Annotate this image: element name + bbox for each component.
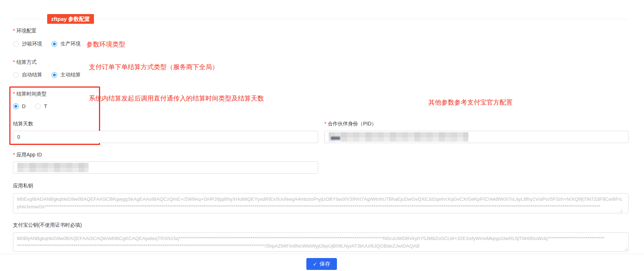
settle-days-label: 结算天数 bbox=[13, 121, 33, 127]
settle-days-input[interactable] bbox=[13, 131, 318, 143]
annotation-settle-time: 系统内结算发起后调用直付通传入的结算时间类型及结算天数 bbox=[89, 94, 264, 103]
required-asterisk: * bbox=[324, 121, 326, 126]
required-asterisk: * bbox=[13, 59, 15, 65]
zftpay-config-page: zftpay 参数配置 *环境配置 沙箱环境 生产环境 参数环境类型 *结算方式… bbox=[0, 0, 644, 271]
app-id-input[interactable] bbox=[13, 161, 318, 174]
public-key-textarea[interactable]: MIIBIjANBgkqhkiG9w0BAQEFAAOCAQ8AMIIBCgKC… bbox=[13, 232, 629, 252]
check-icon: ✓ bbox=[313, 261, 317, 267]
section-badge: zftpay 参数配置 bbox=[47, 14, 94, 24]
pid-label: *合作伙伴身份（PID） bbox=[324, 121, 377, 127]
radio-option-sandbox[interactable]: 沙箱环境 bbox=[13, 41, 42, 47]
required-asterisk: * bbox=[13, 152, 15, 157]
annotation-other-params: 其他参数参考支付宝官方配置 bbox=[428, 98, 513, 107]
settle-time-type-label: *结算时间类型 bbox=[13, 91, 46, 97]
app-id-label: *应用App ID bbox=[13, 152, 42, 158]
env-radio-group: 沙箱环境 生产环境 bbox=[13, 40, 81, 48]
footer-divider bbox=[0, 254, 644, 254]
redacted-value bbox=[329, 132, 468, 142]
radio-option-d[interactable]: D bbox=[13, 103, 26, 109]
required-asterisk: * bbox=[13, 28, 15, 34]
private-key-label: 应用私钥 bbox=[13, 183, 33, 189]
annotation-settle-method: 支付订单下单结算方式类型（服务商下全局） bbox=[89, 63, 219, 71]
required-asterisk: * bbox=[13, 91, 15, 97]
blurred-text-remnant bbox=[331, 137, 340, 140]
redacted-value bbox=[17, 163, 89, 172]
radio-unchecked-icon bbox=[13, 72, 19, 78]
settle-method-label: *结算方式 bbox=[13, 59, 36, 66]
radio-option-auto-settle[interactable]: 自动结算 bbox=[13, 72, 42, 78]
save-button-label: 保存 bbox=[320, 261, 330, 267]
section-divider bbox=[13, 19, 629, 19]
private-key-textarea[interactable]: MIIEvgIBADANBgkqhkiG9w0BAQEFAASCBKgwggSk… bbox=[13, 193, 629, 213]
radio-checked-icon bbox=[51, 41, 57, 47]
pid-input[interactable] bbox=[324, 131, 629, 143]
settle-method-radio-group: 自动结算 主动结算 bbox=[13, 71, 81, 79]
env-config-label: *环境配置 bbox=[13, 28, 36, 34]
annotation-env-type: 参数环境类型 bbox=[86, 40, 125, 49]
radio-checked-icon bbox=[13, 103, 19, 109]
radio-unchecked-icon bbox=[13, 41, 19, 47]
radio-option-t[interactable]: T bbox=[35, 103, 47, 109]
public-key-field: MIIBIjANBgkqhkiG9w0BAQEFAAOCAQ8AMIIBCgKC… bbox=[13, 232, 629, 252]
radio-checked-icon bbox=[51, 72, 57, 78]
settle-time-type-radio-group: D T bbox=[13, 103, 47, 110]
save-button[interactable]: ✓ 保存 bbox=[306, 258, 337, 270]
private-key-field: MIIEvgIBADANBgkqhkiG9w0BAQEFAASCBKgwggSk… bbox=[13, 193, 629, 213]
public-key-label: 支付宝公钥(不使用证书时必填) bbox=[13, 222, 82, 228]
radio-option-production[interactable]: 生产环境 bbox=[51, 41, 81, 47]
radio-option-manual-settle[interactable]: 主动结算 bbox=[51, 72, 81, 78]
radio-unchecked-icon bbox=[35, 103, 41, 109]
